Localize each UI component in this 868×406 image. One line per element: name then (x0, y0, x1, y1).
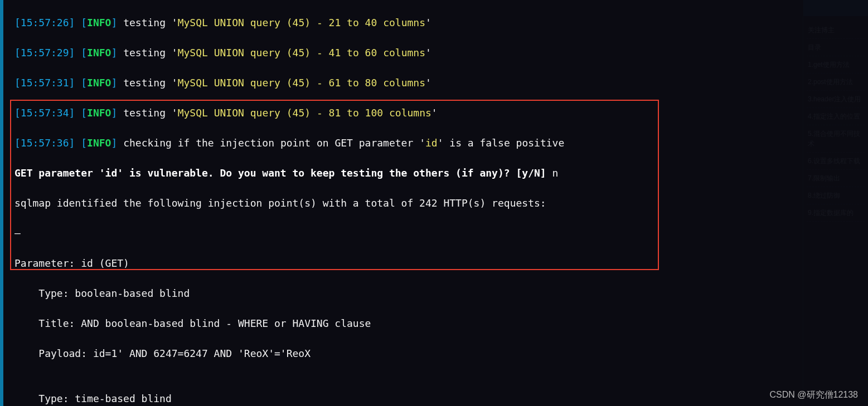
param-line: Type: boolean-based blind (14, 286, 868, 301)
separator: — (14, 226, 868, 241)
param-line: Payload: id=1' AND 6247=6247 AND 'ReoX'=… (14, 346, 868, 361)
log-line: [15:57:36] [INFO] checking if the inject… (14, 135, 868, 150)
identified-line: sqlmap identified the following injectio… (14, 195, 868, 211)
watermark: CSDN @研究僧12138 (769, 388, 858, 402)
param-line: Type: time-based blind (14, 391, 868, 406)
terminal[interactable]: [15:57:26] [INFO] testing 'MySQL UNION q… (0, 0, 868, 406)
prompt-question: GET parameter 'id' is vulnerable. Do you… (14, 165, 868, 180)
log-line: [15:57:29] [INFO] testing 'MySQL UNION q… (14, 45, 868, 60)
param-line: Parameter: id (GET) (14, 256, 868, 271)
log-line: [15:57:26] [INFO] testing 'MySQL UNION q… (14, 15, 868, 30)
log-line: [15:57:34] [INFO] testing 'MySQL UNION q… (14, 105, 868, 120)
param-line: Title: AND boolean-based blind - WHERE o… (14, 316, 868, 331)
log-line: [15:57:31] [INFO] testing 'MySQL UNION q… (14, 75, 868, 90)
